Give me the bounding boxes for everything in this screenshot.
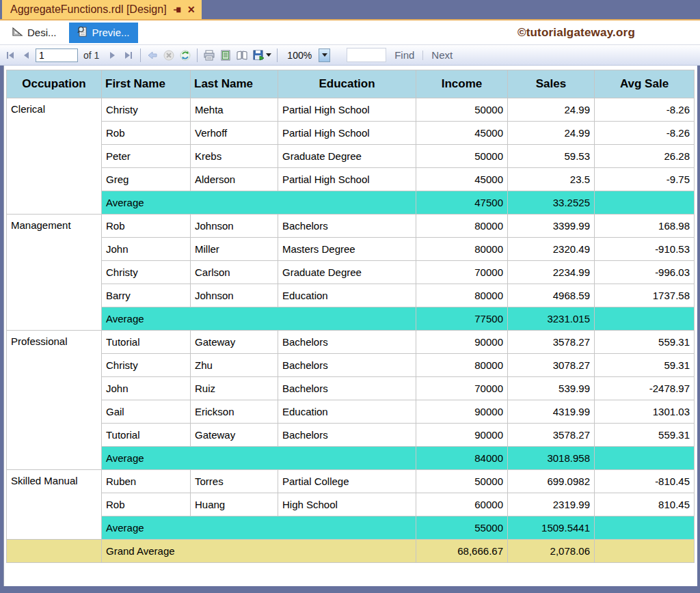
table-row: Gail Erickson Education 90000 4319.99 13… bbox=[7, 400, 695, 424]
cell-income: 45000 bbox=[416, 122, 508, 145]
back-button[interactable] bbox=[145, 48, 160, 63]
cell-first-name: Greg bbox=[102, 168, 191, 191]
cell-avg-sale: 559.31 bbox=[595, 424, 695, 447]
cell-sales: 23.5 bbox=[508, 168, 595, 191]
average-avg-sale-empty bbox=[595, 307, 695, 331]
toolbar-separator bbox=[140, 49, 141, 62]
refresh-button[interactable] bbox=[178, 48, 193, 63]
page-count-label: of 1 bbox=[83, 50, 99, 61]
cell-avg-sale: -2478.97 bbox=[595, 377, 695, 400]
pin-icon[interactable] bbox=[173, 5, 182, 14]
export-button[interactable] bbox=[251, 48, 273, 63]
find-next-button[interactable]: Next bbox=[425, 49, 459, 61]
cell-income: 50000 bbox=[416, 470, 508, 493]
cell-income: 80000 bbox=[416, 284, 508, 307]
cell-sales: 699.0982 bbox=[508, 470, 595, 493]
cell-first-name: Gail bbox=[102, 400, 191, 424]
page-number-input[interactable] bbox=[36, 49, 78, 62]
average-row: Average 77500 3231.015 bbox=[7, 307, 695, 331]
find-next-separator bbox=[422, 51, 423, 60]
cell-education: Education bbox=[278, 284, 416, 307]
cell-education: Bachelors bbox=[278, 354, 416, 377]
document-tab[interactable]: AggregateFunctions.rdl [Design] × bbox=[2, 0, 202, 19]
close-icon[interactable]: × bbox=[188, 3, 196, 16]
group-clerical: Clerical Christy Mehta Partial High Scho… bbox=[7, 98, 695, 215]
tab-design-label: Desi... bbox=[27, 27, 57, 38]
average-avg-sale-empty bbox=[595, 516, 695, 540]
table-row: Tutorial Gateway Bachelors 90000 3578.27… bbox=[7, 424, 695, 447]
tab-design[interactable]: Desi... bbox=[4, 23, 65, 43]
cell-first-name: Peter bbox=[102, 145, 191, 168]
cell-first-name: John bbox=[102, 377, 191, 400]
cell-first-name: Christy bbox=[102, 354, 191, 377]
cell-last-name: Gateway bbox=[191, 331, 278, 354]
cell-first-name: Rob bbox=[102, 122, 191, 145]
cell-avg-sale: -8.26 bbox=[595, 122, 695, 145]
table-row: Professional Tutorial Gateway Bachelors … bbox=[7, 331, 695, 354]
average-income: 84000 bbox=[416, 447, 508, 470]
last-page-button[interactable] bbox=[121, 48, 136, 63]
cell-occupation: Professional bbox=[7, 331, 102, 470]
grand-average-income: 68,666.67 bbox=[416, 540, 508, 563]
cell-education: Education bbox=[278, 400, 416, 424]
grand-average-row: Grand Average 68,666.67 2,078.06 bbox=[7, 540, 695, 563]
tab-preview-label: Previe... bbox=[92, 27, 130, 38]
cell-income: 50000 bbox=[416, 145, 508, 168]
cell-education: Bachelors bbox=[278, 377, 416, 400]
grand-average-occupation-empty bbox=[7, 540, 102, 563]
cell-sales: 24.99 bbox=[508, 122, 595, 145]
print-button[interactable] bbox=[202, 48, 217, 63]
find-button[interactable]: Find bbox=[388, 49, 421, 61]
table-row: Barry Johnson Education 80000 4968.59 17… bbox=[7, 284, 695, 307]
average-avg-sale-empty bbox=[595, 191, 695, 215]
zoom-dropdown-button[interactable] bbox=[319, 49, 330, 62]
zoom-control[interactable]: 100% bbox=[283, 48, 330, 63]
stop-button[interactable] bbox=[161, 48, 176, 63]
cell-first-name: Christy bbox=[102, 98, 191, 122]
export-save-icon bbox=[252, 49, 265, 61]
find-input[interactable] bbox=[347, 48, 386, 62]
cell-education: Partial College bbox=[278, 470, 416, 493]
grand-average-section: Grand Average 68,666.67 2,078.06 bbox=[7, 540, 695, 563]
table-row: Christy Zhu Bachelors 80000 3078.27 59.3… bbox=[7, 354, 695, 377]
export-dropdown-caret bbox=[266, 53, 271, 57]
brand-watermark: ©tutorialgateway.org bbox=[517, 20, 635, 45]
cell-income: 70000 bbox=[416, 377, 508, 400]
first-page-button[interactable] bbox=[3, 48, 18, 63]
next-page-button[interactable] bbox=[105, 48, 120, 63]
average-sales: 3231.015 bbox=[508, 307, 595, 331]
average-label: Average bbox=[102, 191, 416, 215]
tab-preview[interactable]: Previe... bbox=[69, 23, 138, 43]
print-layout-icon bbox=[219, 49, 232, 61]
average-label: Average bbox=[102, 516, 416, 540]
average-income: 55000 bbox=[416, 516, 508, 540]
refresh-icon bbox=[179, 49, 191, 61]
print-icon bbox=[203, 49, 215, 61]
cell-last-name: Zhu bbox=[191, 354, 278, 377]
cell-education: Bachelors bbox=[278, 215, 416, 238]
table-row: Christy Carlson Graduate Degree 70000 22… bbox=[7, 261, 695, 284]
cell-sales: 3578.27 bbox=[508, 424, 595, 447]
cell-last-name: Gateway bbox=[191, 424, 278, 447]
cell-income: 80000 bbox=[416, 238, 508, 261]
average-sales: 1509.5441 bbox=[508, 516, 595, 540]
table-row: John Ruiz Bachelors 70000 539.99 -2478.9… bbox=[7, 377, 695, 400]
print-layout-button[interactable] bbox=[218, 48, 233, 63]
cell-income: 90000 bbox=[416, 424, 508, 447]
cell-sales: 3078.27 bbox=[508, 354, 595, 377]
column-header-avg-sale: Avg Sale bbox=[595, 70, 695, 98]
average-sales: 33.2525 bbox=[508, 191, 595, 215]
cell-last-name: Huang bbox=[191, 493, 278, 516]
preview-icon bbox=[77, 26, 88, 39]
page-setup-button[interactable] bbox=[234, 48, 250, 63]
average-income: 77500 bbox=[416, 307, 508, 331]
cell-first-name: Barry bbox=[102, 284, 191, 307]
cell-first-name: Rob bbox=[102, 215, 191, 238]
report-viewer-body: Occupation First Name Last Name Educatio… bbox=[3, 66, 697, 586]
average-label: Average bbox=[102, 307, 416, 331]
cell-avg-sale: 1737.58 bbox=[595, 284, 695, 307]
previous-page-button[interactable] bbox=[19, 48, 34, 63]
cell-sales: 4319.99 bbox=[508, 400, 595, 424]
grand-average-avg-sale-empty bbox=[595, 540, 695, 563]
cell-sales: 2234.99 bbox=[508, 261, 595, 284]
